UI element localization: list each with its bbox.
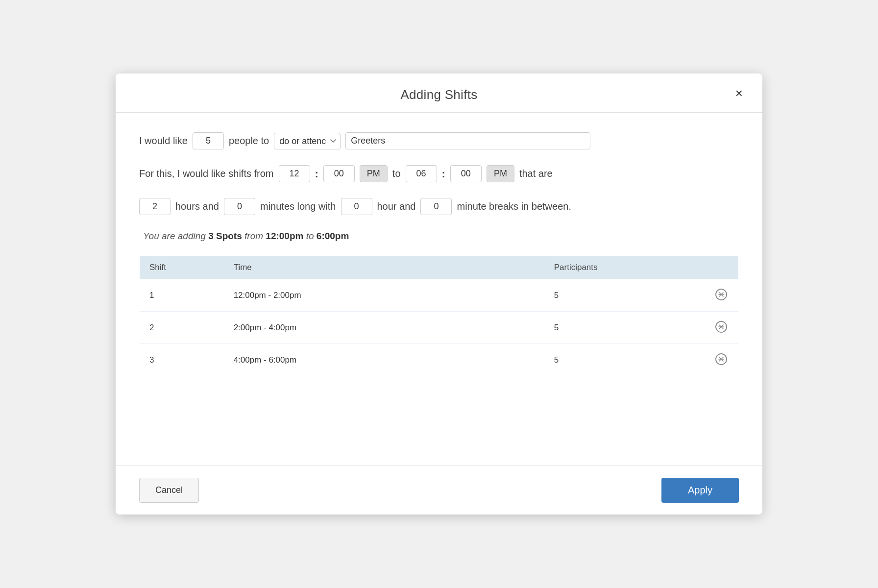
break-hours-input[interactable] <box>341 198 372 215</box>
remove-shift-1-button[interactable] <box>714 287 729 302</box>
table-row: 3 4:00pm - 6:00pm 5 <box>140 344 739 376</box>
sentence1-middle: people to <box>229 135 269 147</box>
sentence3-hours-label: hours and <box>175 201 219 212</box>
summary-from-time: 12:00pm <box>266 231 303 241</box>
from-hour-input[interactable] <box>279 165 310 182</box>
from-ampm-button[interactable]: PM <box>360 165 388 182</box>
summary-to-label: to <box>306 231 317 241</box>
cell-shift-3: 3 <box>140 344 224 376</box>
sentence1-prefix: I would like <box>139 135 188 147</box>
shift-minutes-input[interactable] <box>224 198 255 215</box>
modal-footer: Cancel Apply <box>116 466 762 514</box>
cell-participants-3: 5 <box>544 344 679 376</box>
sentence-row-3: hours and minutes long with hour and min… <box>139 198 739 215</box>
cancel-button[interactable]: Cancel <box>139 478 199 503</box>
cell-time-1: 12:00pm - 2:00pm <box>224 279 544 312</box>
table-header-row: Shift Time Participants <box>140 256 739 280</box>
colon-2: : <box>442 168 445 180</box>
apply-button[interactable]: Apply <box>661 478 739 503</box>
remove-shift-3-button[interactable] <box>714 352 729 367</box>
sentence3-break-hours-label: hour and <box>377 201 416 212</box>
sentence2-suffix: that are <box>519 168 553 179</box>
col-header-participants: Participants <box>544 256 679 280</box>
cell-participants-1: 5 <box>544 279 679 312</box>
cell-shift-2: 2 <box>140 312 224 344</box>
remove-shift-2-button[interactable] <box>714 319 729 334</box>
role-select[interactable]: do or attenc do attend <box>274 133 341 149</box>
table-row: 2 2:00pm - 4:00pm 5 <box>140 312 739 344</box>
to-min-input[interactable] <box>450 165 482 182</box>
summary-from-label: from <box>244 231 266 241</box>
modal-title: Adding Shifts <box>400 87 477 102</box>
sentence2-prefix: For this, I would like shifts from <box>139 168 274 179</box>
summary-to-time: 6:00pm <box>317 231 349 241</box>
modal-body: I would like people to do or attenc do a… <box>116 113 762 466</box>
task-name-input[interactable] <box>345 132 590 149</box>
cell-time-3: 4:00pm - 6:00pm <box>224 344 544 376</box>
summary-spots: 3 Spots <box>208 231 242 241</box>
sentence3-minutes-label: minutes long with <box>260 201 336 212</box>
cell-participants-2: 5 <box>544 312 679 344</box>
table-row: 1 12:00pm - 2:00pm 5 <box>140 279 739 312</box>
cell-action-2 <box>679 312 738 344</box>
cell-shift-1: 1 <box>140 279 224 312</box>
col-header-time: Time <box>224 256 544 280</box>
close-button[interactable]: × <box>732 85 747 101</box>
to-hour-input[interactable] <box>406 165 437 182</box>
summary-text: You are adding 3 Spots from 12:00pm to 6… <box>143 231 739 242</box>
shifts-table: Shift Time Participants 1 12:00pm - 2:00… <box>139 255 739 376</box>
to-ampm-button[interactable]: PM <box>487 165 514 182</box>
sentence3-break-minutes-label: minute breaks in between. <box>457 201 571 212</box>
col-header-shift: Shift <box>140 256 224 280</box>
sentence-row-1: I would like people to do or attenc do a… <box>139 132 739 149</box>
from-min-input[interactable] <box>323 165 355 182</box>
modal-header: Adding Shifts × <box>116 74 762 113</box>
colon-1: : <box>315 168 318 180</box>
summary-section: You are adding 3 Spots from 12:00pm to 6… <box>139 231 739 242</box>
summary-prefix: You are adding <box>143 231 208 241</box>
cell-action-3 <box>679 344 738 376</box>
people-count-input[interactable] <box>193 132 224 149</box>
col-header-action <box>679 256 738 280</box>
sentence-row-2: For this, I would like shifts from : PM … <box>139 165 739 182</box>
shift-hours-input[interactable] <box>139 198 171 215</box>
adding-shifts-modal: Adding Shifts × I would like people to d… <box>116 74 762 514</box>
cell-action-1 <box>679 279 738 312</box>
cell-time-2: 2:00pm - 4:00pm <box>224 312 544 344</box>
sentence2-to-label: to <box>392 168 401 179</box>
break-minutes-input[interactable] <box>420 198 452 215</box>
